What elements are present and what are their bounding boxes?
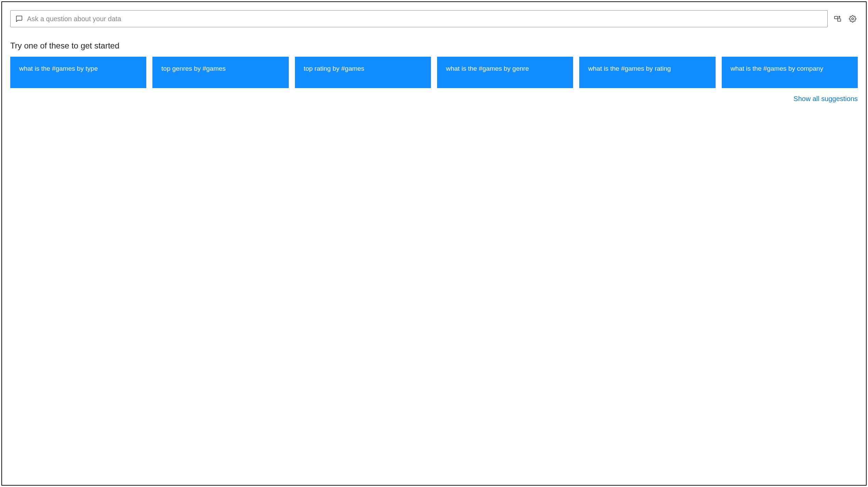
svg-rect-0 [835, 16, 838, 19]
svg-point-2 [852, 18, 854, 20]
suggestion-card-label: what is the #games by rating [588, 64, 671, 73]
suggestions-section-title: Try one of these to get started [10, 41, 858, 51]
suggestion-card-label: what is the #games by type [19, 64, 98, 73]
suggestions-footer: Show all suggestions [10, 95, 858, 103]
chat-icon [15, 15, 23, 23]
search-bar-row [10, 10, 858, 27]
qa-search-input[interactable] [27, 15, 823, 23]
suggestion-card-grid: what is the #games by type top genres by… [10, 57, 858, 88]
svg-rect-1 [838, 19, 841, 21]
suggestion-card[interactable]: what is the #games by rating [579, 57, 715, 88]
suggestion-card[interactable]: top rating by #games [295, 57, 431, 88]
suggestion-card-label: top rating by #games [304, 64, 364, 73]
convert-visual-button[interactable] [832, 14, 843, 24]
search-input-wrap[interactable] [10, 10, 828, 27]
settings-button[interactable] [847, 14, 858, 24]
suggestion-card-label: what is the #games by company [731, 64, 823, 73]
suggestion-card-label: what is the #games by genre [446, 64, 529, 73]
suggestion-card[interactable]: what is the #games by genre [437, 57, 573, 88]
convert-visual-icon [834, 15, 841, 23]
suggestion-card[interactable]: what is the #games by company [722, 57, 858, 88]
suggestion-card[interactable]: top genres by #games [152, 57, 288, 88]
suggestion-card[interactable]: what is the #games by type [10, 57, 146, 88]
gear-icon [849, 15, 856, 23]
suggestion-card-label: top genres by #games [161, 64, 226, 73]
qa-panel: Try one of these to get started what is … [1, 1, 867, 486]
show-all-suggestions-link[interactable]: Show all suggestions [794, 95, 858, 103]
